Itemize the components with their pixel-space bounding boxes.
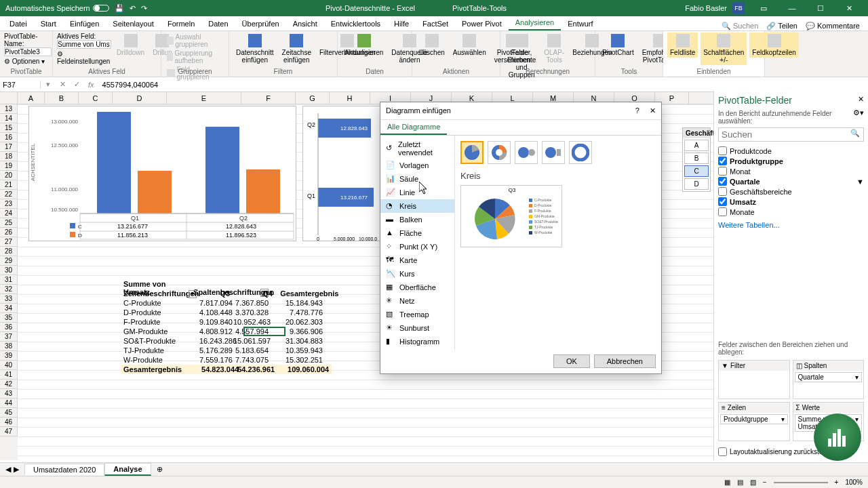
table-row[interactable]: SO&T-Produkte16.243.28615.061.59731.304.… <box>121 336 332 346</box>
sheet-tab[interactable]: Umsatzdaten 2020 <box>24 464 104 475</box>
col-header[interactable]: H <box>330 92 370 104</box>
row-header[interactable]: 26 <box>0 228 18 237</box>
ok-button[interactable]: OK <box>553 354 590 368</box>
autosave-toggle[interactable]: Automatisches Speichern <box>5 4 109 12</box>
zoom-in-icon[interactable]: + <box>835 479 839 486</box>
field-item[interactable]: Monat <box>718 166 864 176</box>
chart-preview[interactable]: Q3 C-Produkte D-Produkte F-Produkte <box>460 185 562 247</box>
tab-daten[interactable]: Daten <box>201 17 235 30</box>
row-header[interactable]: 29 <box>0 256 18 266</box>
comments-link[interactable]: 💬 Kommentare <box>806 22 860 30</box>
pie-subtype-2[interactable] <box>488 141 511 164</box>
pie-subtype-1[interactable] <box>460 141 484 164</box>
name-box[interactable]: F37 <box>0 81 41 89</box>
search-link[interactable]: 🔍 Suchen <box>722 22 758 30</box>
row-header[interactable]: 42 <box>0 380 18 389</box>
row-header[interactable]: 27 <box>0 237 18 247</box>
row-header[interactable]: 37 <box>0 332 18 342</box>
filter-icon[interactable]: ▾ <box>189 290 197 298</box>
chart-type-item[interactable]: 📄Vorlagen <box>380 159 454 172</box>
ribbon-mode-icon[interactable]: ▭ <box>750 0 777 16</box>
chart-type-item[interactable]: ✳Netz <box>380 294 454 308</box>
table-row[interactable]: W-Produkte7.559.1767.743.07515.302.251 <box>121 355 332 365</box>
field-item[interactable]: Umsatz <box>718 197 864 207</box>
close-icon[interactable]: ✕ <box>835 0 863 16</box>
table-row[interactable]: D-Produkte4.108.4483.370.3287.478.776 <box>121 308 332 317</box>
olap-tools-button[interactable]: OLAP-Tools <box>541 33 567 65</box>
row-header[interactable]: 38 <box>0 342 18 351</box>
row-header[interactable]: 44 <box>0 399 18 408</box>
tab-hilfe[interactable]: Hilfe <box>387 17 416 30</box>
slicer[interactable]: Geschäft ABCD <box>682 127 711 192</box>
active-field-input[interactable] <box>57 40 111 49</box>
row-header[interactable]: 43 <box>0 389 18 399</box>
row-header[interactable]: 41 <box>0 370 18 380</box>
col-header[interactable]: G <box>296 92 330 104</box>
more-tables-link[interactable]: Weitere Tabellen... <box>718 221 864 229</box>
row-header[interactable]: 15 <box>0 123 18 133</box>
table-row[interactable]: C-Produkte7.817.0947.367.85015.184.943 <box>121 298 332 308</box>
chart-type-item[interactable]: 📈Linie <box>380 186 454 199</box>
row-header[interactable]: 23 <box>0 199 18 209</box>
tab-ansicht[interactable]: Ansicht <box>286 17 324 30</box>
row-header[interactable]: 40 <box>0 361 18 370</box>
tab-analysieren[interactable]: Analysieren <box>509 16 561 30</box>
dialog-tab-all[interactable]: Alle Diagramme <box>380 120 447 135</box>
row-header[interactable]: 25 <box>0 218 18 228</box>
col-header[interactable]: F <box>241 92 296 104</box>
pivot-name-input[interactable] <box>4 47 52 56</box>
row-header[interactable]: 20 <box>0 171 18 180</box>
chart-type-item[interactable]: ↺Zuletzt verwendet <box>380 138 454 159</box>
field-headers-button[interactable]: Feldkopfzeilen <box>749 33 798 58</box>
view-page-icon[interactable]: ▤ <box>737 479 743 486</box>
row-header[interactable]: 46 <box>0 418 18 427</box>
chart-type-item[interactable]: 📉Kurs <box>380 267 454 281</box>
dialog-help-icon[interactable]: ? <box>635 106 639 115</box>
redo-icon[interactable]: ↷ <box>141 4 147 13</box>
chart-type-item[interactable]: ▬Balken <box>380 213 454 226</box>
row-header[interactable]: 16 <box>0 133 18 142</box>
chart-type-item[interactable]: ⊞Kastengrafik <box>380 348 454 350</box>
view-break-icon[interactable]: ▧ <box>750 479 756 486</box>
chart-type-item[interactable]: 📊Säule <box>380 172 454 186</box>
row-header[interactable]: 21 <box>0 180 18 190</box>
rows-drop-area[interactable]: ≡ Zeilen Produktgruppe▾ <box>718 402 790 441</box>
refresh-button[interactable]: Aktualisieren <box>342 33 386 58</box>
row-header[interactable]: 18 <box>0 152 18 161</box>
pie-subtype-4[interactable] <box>542 141 565 164</box>
pie-subtype-3[interactable] <box>515 141 538 164</box>
field-settings-button[interactable]: ⚙ Feldeinstellungen <box>57 50 111 65</box>
share-link[interactable]: 🔗 Teilen <box>766 22 797 30</box>
col-header[interactable]: E <box>167 92 241 104</box>
slicer-item[interactable]: B <box>684 152 709 164</box>
row-header[interactable]: 34 <box>0 304 18 313</box>
sheet-tab[interactable]: Analyse <box>104 463 151 476</box>
table-row[interactable]: TJ-Produkte5.176.2895.183.65410.359.943 <box>121 346 332 355</box>
user-avatar[interactable]: FB <box>732 2 745 14</box>
row-header[interactable]: 31 <box>0 275 18 285</box>
undo-icon[interactable]: ↶ <box>130 4 136 13</box>
buttons-toggle[interactable]: Schaltflächen +/- <box>701 33 747 65</box>
maximize-icon[interactable]: ☐ <box>807 0 834 16</box>
fx-enter-icon[interactable]: ✓ <box>70 80 84 89</box>
tab-powerpivot[interactable]: Power Pivot <box>455 17 509 30</box>
fx-icon[interactable]: fx <box>84 81 98 89</box>
row-header[interactable]: 36 <box>0 323 18 332</box>
columns-drop-area[interactable]: ◫ Spalten Quartale▾ <box>793 360 865 399</box>
tab-entwurf[interactable]: Entwurf <box>561 17 599 30</box>
table-row[interactable]: GM-Produkte4.808.9124.557.9949.366.906 <box>121 327 332 336</box>
row-header[interactable]: 24 <box>0 209 18 218</box>
field-item[interactable]: Produktgruppe <box>718 156 864 166</box>
field-item[interactable]: Quartale▼ <box>718 176 864 186</box>
chart-type-item[interactable]: ▲Fläche <box>380 226 454 240</box>
row-header[interactable]: 28 <box>0 247 18 256</box>
embedded-bar-chart[interactable]: ACHSENTITEL 13.000.000 12.500.000 11.000… <box>28 106 296 241</box>
row-header[interactable]: 32 <box>0 285 18 294</box>
insert-timeline-button[interactable]: Zeitachse einfügen <box>279 33 314 65</box>
view-normal-icon[interactable]: ▦ <box>724 479 730 486</box>
fieldlist-button[interactable]: Feldliste <box>667 33 698 58</box>
insert-slicer-button[interactable]: Datenschnitt einfügen <box>233 33 277 65</box>
field-item[interactable]: Geschäftsbereiche <box>718 186 864 197</box>
select-button[interactable]: Auswählen <box>450 33 489 58</box>
group-selection-button[interactable]: Auswahl gruppieren <box>165 33 224 49</box>
